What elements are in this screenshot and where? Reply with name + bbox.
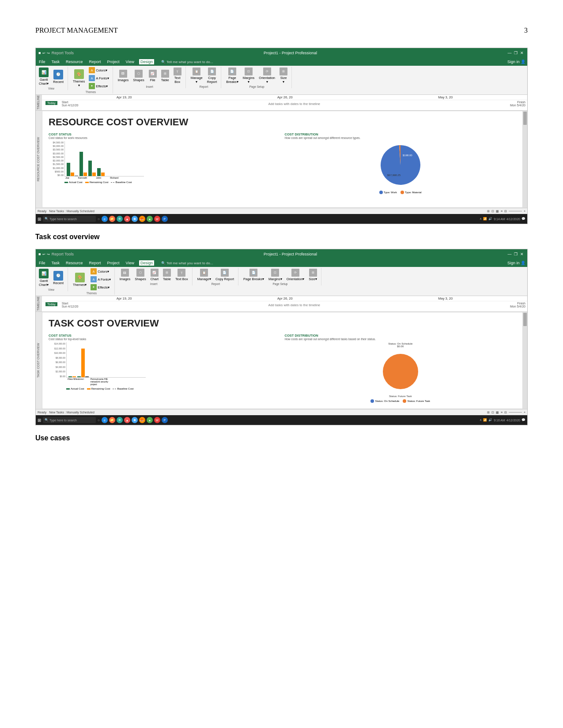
today-btn-2[interactable]: Today (45, 302, 57, 306)
effects-btn-2[interactable]: ✦ Effects▾ (90, 284, 111, 291)
taskbar-app2-icon-2[interactable]: ◉ (132, 417, 138, 423)
taskbar-ie-icon-2[interactable]: e (102, 417, 108, 423)
maximize-btn-1[interactable]: ❐ (513, 50, 518, 56)
status-slider-2[interactable]: ────── (509, 411, 522, 414)
taskbar-app1-icon-2[interactable]: ▲ (124, 417, 130, 423)
menu-report-1[interactable]: Report (88, 59, 102, 64)
taskbar-word-icon-2[interactable]: W (154, 417, 160, 423)
close-btn-1[interactable]: ✕ (519, 50, 525, 56)
win-search-box-2[interactable]: 🔍 Type here to search (43, 417, 96, 423)
taskbar-app1-icon-1[interactable]: ▲ (124, 216, 130, 222)
table-btn-2[interactable]: ⊞ Table (162, 268, 172, 282)
taskbar-notif-icon-1[interactable]: 💬 (521, 217, 525, 221)
win-search-box-1[interactable]: 🔍 Type here to search (43, 216, 96, 222)
status-slider[interactable]: ────── (509, 210, 522, 213)
themes-btn-1[interactable]: 🎨 Themes ▾ (72, 68, 86, 88)
taskbar-word-icon-1[interactable]: W (154, 216, 160, 222)
table-btn-1[interactable]: ⊞ Table (160, 69, 170, 83)
size-btn-1[interactable]: ⊞ Size ▾ (278, 67, 289, 85)
scroll-bar-2[interactable] (523, 312, 527, 409)
recent-btn-1[interactable]: 🕐 Recent (52, 69, 65, 85)
menu-task-2[interactable]: Task (50, 260, 61, 266)
copy-report-btn-1[interactable]: 📄 Copy Report (206, 67, 219, 85)
status-plus-2[interactable]: + (524, 411, 525, 414)
status-plus[interactable]: + (524, 210, 525, 213)
images-icon-1: 🖼 (119, 70, 127, 78)
task-circle-icon-1[interactable]: ○ (98, 217, 100, 221)
fonts-btn-1[interactable]: A A Fonts▾ (88, 75, 110, 82)
bar-kenneth-remaining (83, 173, 87, 176)
taskbar-chrome-icon-1[interactable]: ● (147, 216, 153, 222)
close-btn-2[interactable]: ✕ (519, 251, 525, 257)
recent-btn-2[interactable]: 🕐 Recent (52, 270, 65, 286)
text-btn-2[interactable]: T Text Box (174, 268, 189, 282)
today-btn-1[interactable]: Today (45, 101, 57, 105)
scroll-bar-1[interactable] (523, 111, 527, 208)
chart-btn-2[interactable]: 📈 Chart (149, 268, 160, 282)
taskbar-ie-icon-1[interactable]: e (102, 216, 108, 222)
window-controls-1[interactable]: — ❐ ✕ (507, 50, 525, 56)
win-start-btn-1[interactable]: ⊞ (38, 217, 41, 221)
manage-btn-1[interactable]: 📋 Manage ▾ (189, 67, 204, 85)
minimize-btn-2[interactable]: — (507, 251, 512, 257)
menu-file-2[interactable]: File (38, 260, 47, 266)
menu-project-2[interactable]: Project (106, 260, 121, 266)
win-start-btn-2[interactable]: ⊞ (38, 418, 41, 423)
bar-kenneth-actual (79, 152, 83, 176)
legend-remaining-color-2 (87, 388, 91, 390)
themes-btn-2[interactable]: 🎨 Themes▾ (72, 272, 88, 288)
menu-project-1[interactable]: Project (106, 59, 121, 64)
taskbar-notif-icon-2[interactable]: 💬 (521, 418, 525, 422)
page-btn-2[interactable]: 📄 Page Breaks▾ (242, 268, 265, 282)
taskbar-app2-icon-1[interactable]: ◉ (132, 216, 138, 222)
menu-design-2[interactable]: Design (139, 260, 154, 266)
copy-report-icon-2: 📄 (221, 269, 229, 277)
size-btn-2[interactable]: ⊞ Size▾ (307, 268, 318, 282)
menu-view-1[interactable]: View (125, 59, 136, 64)
menu-resource-2[interactable]: Resource (64, 260, 84, 266)
menu-report-2[interactable]: Report (88, 260, 102, 266)
minimize-btn-1[interactable]: — (507, 50, 512, 56)
images-btn-2[interactable]: 🖼 Images (118, 268, 132, 282)
images-btn-1[interactable]: 🖼 Images (117, 69, 130, 83)
label-joe: Joe (65, 176, 69, 179)
page-icon-2: 📄 (249, 269, 257, 277)
manage-btn-2[interactable]: 📋 Manage▾ (196, 268, 212, 282)
menu-file-1[interactable]: File (38, 59, 47, 64)
menu-view-2[interactable]: View (125, 260, 136, 266)
taskbar-edge-icon-2[interactable]: ⊕ (117, 417, 123, 423)
taskbar-chrome-icon-2[interactable]: ● (147, 417, 153, 423)
margins-btn-2[interactable]: ⊡ Margins▾ (267, 268, 283, 282)
orientation-btn-1[interactable]: ⟳ Orientation ▾ (257, 67, 276, 85)
margins-btn-1[interactable]: ⊡ Margins ▾ (242, 67, 256, 85)
colors-btn-2[interactable]: A Colors▾ (90, 268, 111, 275)
sign-in-2[interactable]: Sign in 👤 (507, 261, 525, 265)
sign-in-1[interactable]: Sign in 👤 (507, 60, 525, 64)
fonts-btn-2[interactable]: A A Fonts▾ (90, 276, 111, 283)
taskbar-firefox-icon-2[interactable]: 🦊 (139, 417, 145, 423)
page-btn-1[interactable]: 📄 Page Breaks▾ (225, 67, 239, 85)
copy-report-btn-2[interactable]: 📄 Copy Report (214, 268, 235, 282)
taskbar-file-icon-1[interactable]: 📁 (109, 216, 115, 222)
window-controls-2[interactable]: — ❐ ✕ (507, 251, 525, 257)
taskbar-edge-icon-1[interactable]: ⊕ (117, 216, 123, 222)
menu-design-1[interactable]: Design (139, 59, 154, 64)
taskbar-file-icon-2[interactable]: 📁 (109, 417, 115, 423)
taskbar-firefox-icon-1[interactable]: 🦊 (139, 216, 145, 222)
taskbar-project-icon-2[interactable]: P (162, 417, 168, 423)
shapes-btn-2[interactable]: ⬡ Shapes (133, 268, 147, 282)
gantt-btn-1[interactable]: 📊 Gantt Chart▾ (38, 67, 50, 86)
menu-task-1[interactable]: Task (50, 59, 61, 64)
menu-resource-1[interactable]: Resource (64, 59, 84, 64)
chart-btn-1[interactable]: 📈 File (147, 69, 158, 83)
maximize-btn-2[interactable]: ❐ (513, 251, 518, 257)
effects-btn-1[interactable]: ✦ Effects▾ (88, 83, 110, 90)
gantt-btn-2[interactable]: 📊 Gantt Chart▾ (38, 268, 50, 288)
orientation-btn-2[interactable]: ⟳ Orientation▾ (285, 268, 306, 282)
legend-material-dot-1 (401, 191, 404, 194)
colors-btn-1[interactable]: A Colors▾ (88, 67, 110, 74)
text-btn-1[interactable]: T Text Box (172, 67, 183, 85)
task-circle-icon-2[interactable]: ○ (98, 418, 100, 422)
shapes-btn-1[interactable]: ⬡ Shapes (132, 69, 145, 83)
taskbar-project-icon-1[interactable]: P (162, 216, 168, 222)
